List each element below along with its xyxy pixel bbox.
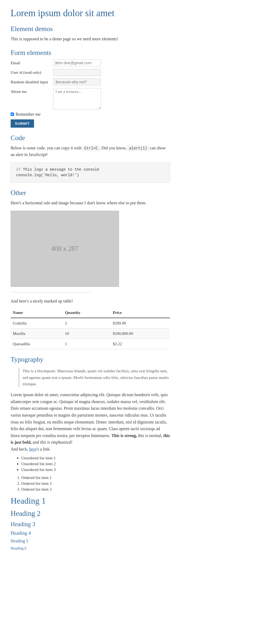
table-row: Godzilla 2 $299.99 [11,318,170,329]
page-title: Lorem ipsum dolor sit amet [11,8,170,19]
em-text: and this is emphasized! [33,440,73,444]
cell-name-1: Godzilla [11,318,63,329]
col-quantity: Quantity [63,308,111,318]
list-item: Unordered list item 1 [21,456,170,460]
cell-qty-3: 1 [63,339,111,349]
remember-label: Remember me [16,112,41,117]
data-table: Name Quantity Price Godzilla 2 $299.99 M… [11,308,170,349]
disabled-input [53,79,101,85]
aboutme-row: About me [11,88,170,109]
strong-text: This is strong, [111,433,137,438]
cell-name-2: Mozilla [11,329,63,339]
heading-1: Heading 1 [11,496,170,506]
other-section-title: Other [11,189,170,197]
cell-qty-2: 10 [63,329,111,339]
remember-checkbox[interactable] [11,113,14,116]
blockquote: This is a blockquote. Maecenas blandit, … [19,368,170,387]
email-icon: ✉ [55,61,58,65]
heading-5: Heading 5 [11,539,170,543]
table-header-row: Name Quantity Price [11,308,170,318]
code-section-title: Code [11,134,170,142]
table-row: Mozilla 10 $100,000.00 [11,329,170,339]
email-row: Email ✉ [11,59,170,66]
userid-row: User id (read only) 04D6H89Z [11,69,170,76]
ordered-list: Ordered list item 1 Ordered list item 2 … [21,475,170,492]
cell-price-1: $299.99 [111,318,170,329]
userid-label: User id (read only) [11,70,53,75]
heading-3: Heading 3 [11,521,170,528]
form-section-title: Form elements [11,49,170,57]
list-item: Ordered list item 1 [21,475,170,480]
heading-4: Heading 4 [11,530,170,536]
disabled-label: Random disabled input [11,80,53,84]
main-paragraph: Lorem ipsum dolor sit amet, consectetur … [11,391,170,452]
list-item: Ordered list item 2 [21,481,170,486]
userid-input: 04D6H89Z [53,69,101,76]
cell-qty-1: 2 [63,318,111,329]
table-intro: And here's a nicely marked up table! [11,298,170,305]
aboutme-textarea[interactable] [53,88,101,109]
list-item: Unordered list item 2 [21,461,170,466]
cell-price-3: $2.22 [111,339,170,349]
typography-section-title: Typography [11,356,170,364]
alert-code: alert(1) [128,146,149,151]
disabled-row: Random disabled input [11,79,170,85]
other-description: Here's a horizontal rule and image becau… [11,200,170,206]
list-item: Unordered list item 3 [21,467,170,472]
aboutme-label: About me [11,88,53,94]
heading-6: Heading 6 [11,546,170,551]
horizontal-rule [11,292,90,292]
code-description: Below is some code, you can copy it with… [11,145,170,158]
element-demos-title: Element demos [11,25,170,33]
here-link[interactable]: here [29,447,37,451]
element-demos-desc: This is supposed to be a demo page so we… [11,36,170,42]
ctrl-c-code: Ctrl+C [83,146,99,151]
email-input[interactable] [53,59,101,66]
remember-row: Remember me [11,112,170,117]
email-label: Email [11,60,53,65]
heading-2: Heading 2 [11,509,170,518]
list-item: Ordered list item 3 [21,487,170,492]
table-row: Quesadilla 1 $2.22 [11,339,170,349]
code-block: // This logs a message to the console co… [11,162,170,183]
cell-name-3: Quesadilla [11,339,63,349]
submit-button[interactable]: SUBMIT [11,119,34,128]
cell-price-2: $100,000.00 [111,329,170,339]
col-price: Price [111,308,170,318]
unordered-list: Unordered list item 1 Unordered list ite… [21,456,170,472]
col-name: Name [11,308,63,318]
placeholder-image: 408 x 287 [11,211,119,287]
